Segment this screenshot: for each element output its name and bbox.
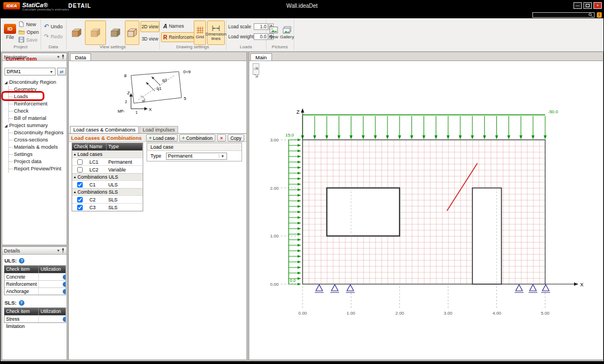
- row-checkbox[interactable]: [77, 205, 83, 210]
- open-folder-icon: [18, 29, 25, 35]
- tree-section-discontinuity-region[interactable]: ◢Discontinuity Region: [4, 79, 66, 86]
- current-item-combobox[interactable]: DRM1▼: [4, 68, 56, 75]
- solid-view-button[interactable]: [69, 21, 84, 45]
- undo-button[interactable]: ↶ Undo: [44, 23, 63, 30]
- table-row[interactable]: C3SLS: [72, 203, 143, 211]
- diagram-tick2-label: 2: [125, 100, 127, 104]
- load-weight-label: Load weight: [228, 34, 254, 39]
- z-axis-label: Z: [296, 109, 300, 115]
- save-project-button[interactable]: Save: [18, 36, 38, 43]
- tree-item-bill-of-material[interactable]: Bill of material: [9, 115, 66, 122]
- redo-button[interactable]: ↷ Redo: [44, 33, 63, 40]
- grid-icon: [196, 26, 204, 34]
- ribbon-group-loads: Loads: [226, 44, 266, 50]
- table-row[interactable]: Stress limitation: [4, 315, 66, 322]
- tab-main[interactable]: Main: [250, 53, 272, 61]
- details-collapse-icon[interactable]: ▾: [57, 248, 59, 253]
- tree-item-reinforcement[interactable]: Reinforcement: [9, 100, 66, 108]
- names-icon: A: [163, 23, 167, 29]
- add-load-case-button[interactable]: + Load case: [146, 134, 178, 141]
- diagram-tick1-label: 1: [135, 110, 138, 114]
- redo-icon: ↷: [44, 33, 49, 40]
- row-checkbox[interactable]: [77, 167, 83, 173]
- diagram-q2-label: q2: [162, 78, 167, 83]
- row-checkbox[interactable]: [77, 197, 83, 203]
- collapse-icon: ▴: [74, 152, 76, 156]
- dimension-lines-toggle[interactable]: Dimension lines: [207, 21, 225, 45]
- navigator-collapse-icon[interactable]: ▾: [57, 54, 59, 59]
- file-button[interactable]: ID File: [3, 20, 17, 43]
- model-view-button[interactable]: [125, 21, 139, 45]
- picture-new-button[interactable]: New: [268, 21, 280, 45]
- maximize-icon: [586, 4, 590, 7]
- transparent-model-button[interactable]: [85, 21, 106, 45]
- view-2d-button[interactable]: 2D view: [140, 21, 159, 32]
- x-tick-label: 0.00: [298, 311, 307, 316]
- model-beam-icon: [125, 27, 139, 39]
- tree-item-check[interactable]: Check: [9, 108, 66, 115]
- group-row-combinations-sls[interactable]: ▴Combinations SLS: [72, 188, 143, 195]
- maximize-button[interactable]: [583, 2, 592, 9]
- navigator-pin-icon[interactable]: [61, 54, 65, 59]
- table-row[interactable]: Anchorage: [4, 287, 66, 295]
- tree-item-cross-sections[interactable]: Cross-sections: [9, 136, 66, 144]
- open-project-button[interactable]: Open: [18, 28, 39, 36]
- tab-data[interactable]: Data: [70, 53, 91, 61]
- undo-icon: ↶: [44, 23, 49, 30]
- grid-toggle[interactable]: Grid: [194, 21, 206, 45]
- diagram-node5-label: 5: [184, 96, 187, 101]
- search-input[interactable]: [532, 12, 595, 18]
- tree-item-project-data[interactable]: Project data: [9, 158, 66, 165]
- load-case-type-select[interactable]: Permanent▼: [166, 153, 227, 160]
- real-3d-button[interactable]: [107, 21, 124, 45]
- group-row-combinations-uls[interactable]: ▴Combinations ULS: [72, 173, 143, 180]
- ribbon-group-view-settings: View settings: [66, 44, 159, 50]
- tree-section-project-summary[interactable]: ◢Project summary: [4, 122, 66, 129]
- minimize-button[interactable]: —: [573, 2, 582, 9]
- new-project-button[interactable]: New: [18, 21, 36, 28]
- table-row[interactable]: LC2Variable: [72, 165, 143, 173]
- load-cases-table: Check Name Type ▴Load cases LC1Permanent…: [72, 143, 143, 211]
- tree-item-materials-models[interactable]: Materials & models: [9, 144, 66, 151]
- table-row[interactable]: Concrete: [4, 273, 66, 280]
- bottom-border: [1, 361, 603, 364]
- x-axis-label: X: [580, 282, 583, 287]
- tree-item-discontinuity-regions[interactable]: Discontinuity Regions: [9, 129, 66, 136]
- group-row-load-cases[interactable]: ▴Load cases: [72, 150, 143, 158]
- main-panel: Z X -50.0 15.0 0.0 0.00 1.00 2.00 3.00 4…: [249, 60, 603, 360]
- close-button[interactable]: ×: [593, 2, 602, 9]
- window-opening[interactable]: [327, 188, 400, 236]
- section-title: Load cases & Combinations: [71, 135, 142, 141]
- table-row[interactable]: C2SLS: [72, 195, 143, 203]
- left-load-bottom-value-label: 0.0: [290, 278, 295, 283]
- copy-button[interactable]: Copy: [228, 134, 244, 141]
- subtab-load-cases-combinations[interactable]: Load cases & Combinations: [70, 126, 139, 133]
- details-pin-icon[interactable]: [61, 248, 65, 253]
- gallery-button[interactable]: Gallery: [280, 21, 294, 45]
- navigate-item-button[interactable]: ⇄: [57, 68, 66, 75]
- load-weight-input[interactable]: 0.0: [254, 33, 268, 40]
- tree-item-loads[interactable]: Loads: [9, 93, 66, 100]
- tree-item-report-preview-print[interactable]: Report Preview/Print: [9, 165, 66, 173]
- names-toggle[interactable]: A Names: [161, 21, 186, 31]
- help-icon[interactable]: ?: [19, 300, 24, 306]
- subtab-load-impulses[interactable]: Load impulses: [139, 126, 178, 133]
- door-opening[interactable]: [472, 188, 501, 284]
- left-load-top-value-label: 15.0: [285, 133, 294, 138]
- view-3d-button[interactable]: 3D view: [140, 33, 159, 44]
- table-row[interactable]: C1ULS: [72, 180, 143, 188]
- notification-icon[interactable]: !: [597, 12, 602, 18]
- structure-drawing[interactable]: Z X -50.0 15.0 0.0 0.00 1.00 2.00 3.00 4…: [250, 61, 603, 351]
- help-icon[interactable]: ?: [19, 258, 24, 264]
- row-checkbox[interactable]: [77, 159, 83, 165]
- table-row[interactable]: Reinforcement: [4, 280, 66, 287]
- row-checkbox[interactable]: [77, 182, 83, 188]
- load-scale-input[interactable]: 1.0: [254, 23, 268, 30]
- diagram-alpha-label: α: [142, 98, 145, 103]
- chevron-down-icon: ▼: [219, 154, 225, 158]
- delete-button[interactable]: ×: [217, 134, 226, 141]
- tree-item-geometry[interactable]: Geometry: [9, 86, 66, 93]
- add-combination-button[interactable]: + Combination: [179, 134, 215, 141]
- table-row[interactable]: LC1Permanent: [72, 158, 143, 165]
- tree-item-settings[interactable]: Settings: [9, 151, 66, 158]
